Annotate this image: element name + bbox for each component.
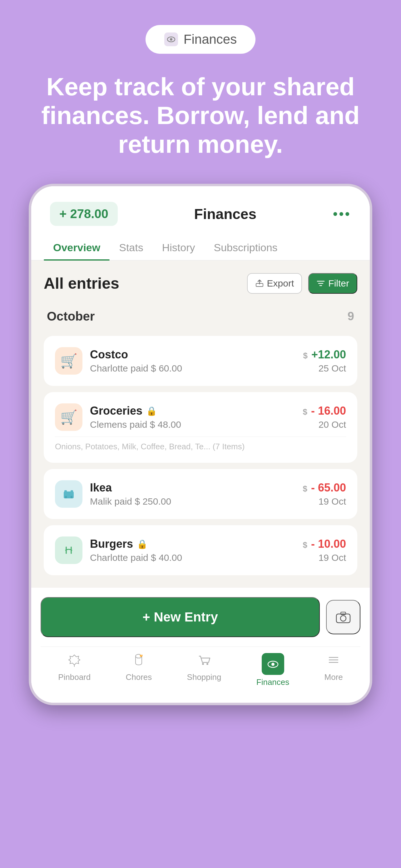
section-title: All entries (44, 274, 241, 292)
month-count: 9 (347, 310, 354, 323)
app-title: Finances (194, 206, 257, 222)
balance-badge: + 278.00 (50, 202, 118, 226)
export-icon (255, 279, 264, 288)
entry-groceries-date: 20 Oct (303, 419, 346, 430)
entry-ikea-sub: Malik paid $ 250.00 (90, 496, 295, 507)
shopping-icon (197, 653, 211, 670)
entry-burgers-name: Burgers 🔒 (90, 537, 295, 551)
chores-icon (132, 653, 145, 670)
new-entry-section: + New Entry (41, 597, 360, 637)
svg-point-21 (271, 663, 274, 666)
month-label: October (47, 309, 95, 323)
nav-shopping[interactable]: Shopping (187, 653, 222, 687)
nav-finances-label: Finances (257, 677, 290, 687)
app-content: + 278.00 Finances ••• Overview Stats His… (31, 186, 370, 703)
camera-button[interactable] (326, 600, 360, 634)
svg-rect-7 (65, 496, 67, 498)
tab-subscriptions[interactable]: Subscriptions (205, 235, 287, 260)
entry-groceries-tags: Onions, Potatoes, Milk, Coffee, Bread, T… (55, 436, 346, 452)
nav-chores[interactable]: Chores (126, 653, 152, 687)
entry-groceries[interactable]: 🛒 Groceries 🔒 Clemens paid $ 48.00 $ - 1… (44, 392, 357, 463)
nav-bar: Pinboard Chores (41, 647, 360, 700)
entry-ikea-name: Ikea (90, 481, 295, 494)
entry-groceries-icon: 🛒 (55, 403, 82, 431)
svg-rect-6 (71, 490, 73, 492)
entry-ikea-icon (55, 480, 82, 508)
more-icon (327, 653, 340, 670)
nav-chores-label: Chores (126, 673, 152, 682)
entry-burgers-sub: Charlotte paid $ 40.00 (90, 552, 295, 563)
tab-history[interactable]: History (153, 235, 205, 260)
month-header: October 9 (44, 303, 357, 330)
tab-stats[interactable]: Stats (110, 235, 153, 260)
main-area: All entries Export Filter October (31, 260, 370, 588)
svg-point-18 (202, 663, 204, 665)
nav-shopping-label: Shopping (187, 673, 222, 682)
svg-point-12 (340, 616, 346, 621)
finances-pill: Finances (145, 25, 256, 54)
nav-finances[interactable]: Finances (257, 653, 290, 687)
entry-ikea-date: 19 Oct (303, 496, 346, 507)
entry-costco-icon: 🛒 (55, 347, 82, 375)
lock-icon: 🔒 (146, 406, 157, 416)
entry-costco-name: Costco (90, 348, 295, 361)
svg-point-2 (170, 38, 172, 41)
phone-mockup: + 278.00 Finances ••• Overview Stats His… (29, 184, 372, 705)
entry-burgers-icon (55, 536, 82, 564)
bottom-bar: + New Entry (31, 588, 370, 703)
lock-icon-burgers: 🔒 (137, 539, 148, 549)
nav-more-label: More (325, 673, 343, 682)
svg-rect-8 (71, 496, 72, 498)
entry-burgers[interactable]: Burgers 🔒 Charlotte paid $ 40.00 $ - 10.… (44, 525, 357, 575)
pill-label: Finances (183, 32, 237, 47)
entry-costco-amount: $ +12.00 (303, 348, 346, 361)
filter-button[interactable]: Filter (308, 273, 357, 294)
nav-more[interactable]: More (325, 653, 343, 687)
tabs-bar: Overview Stats History Subscriptions (31, 235, 370, 260)
nav-pinboard-label: Pinboard (58, 673, 91, 682)
tab-overview[interactable]: Overview (44, 235, 110, 260)
app-header: + 278.00 Finances ••• (31, 186, 370, 235)
finances-nav-icon (262, 653, 284, 675)
entry-groceries-sub: Clemens paid $ 48.00 (90, 419, 295, 430)
nav-pinboard[interactable]: Pinboard (58, 653, 91, 687)
hero-text: Keep track of your shared finances. Borr… (0, 72, 401, 159)
entry-groceries-name: Groceries 🔒 (90, 404, 295, 417)
section-header: All entries Export Filter (44, 273, 357, 294)
svg-rect-5 (64, 490, 67, 492)
more-menu-button[interactable]: ••• (333, 206, 351, 222)
entry-ikea-amount: $ - 65.00 (303, 481, 346, 494)
camera-icon (335, 610, 351, 624)
filter-icon (316, 279, 325, 288)
entry-costco[interactable]: 🛒 Costco Charlotte paid $ 60.00 $ +12.00… (44, 336, 357, 386)
export-button[interactable]: Export (247, 273, 302, 294)
entry-groceries-amount: $ - 16.00 (303, 404, 346, 417)
entry-burgers-date: 19 Oct (303, 552, 346, 563)
eye-icon (164, 32, 178, 46)
entry-burgers-amount: $ - 10.00 (303, 537, 346, 551)
svg-point-19 (206, 663, 208, 665)
pinboard-icon (67, 653, 81, 670)
entry-costco-date: 25 Oct (303, 363, 346, 374)
entry-ikea[interactable]: Ikea Malik paid $ 250.00 $ - 65.00 19 Oc… (44, 469, 357, 519)
new-entry-button[interactable]: + New Entry (41, 597, 320, 637)
entry-costco-sub: Charlotte paid $ 60.00 (90, 363, 295, 374)
